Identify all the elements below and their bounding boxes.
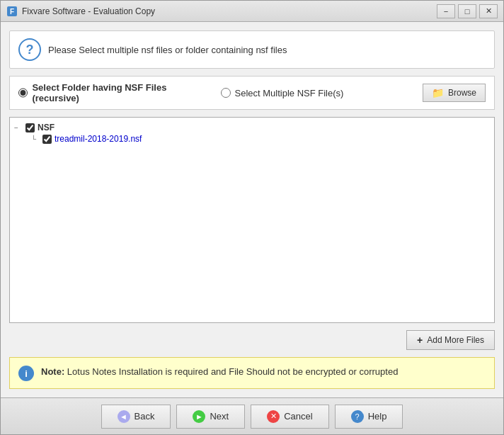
tree-child-checkbox[interactable] [42, 135, 52, 144]
radio-files[interactable] [221, 88, 231, 98]
content-area: ? Please Select multiple nsf files or fo… [1, 22, 503, 397]
radio-folder[interactable] [18, 88, 28, 98]
note-text: Note: Lotus Notes Installation is requir… [41, 365, 398, 379]
minimize-button[interactable]: − [437, 4, 455, 18]
radio-folder-label[interactable]: Select Folder having NSF Files (recursiv… [32, 82, 209, 103]
tree-child-label: treadmil-2018-2019.nsf [55, 134, 142, 144]
radio-group-2: Select Multiple NSF File(s) [221, 88, 412, 98]
maximize-button[interactable]: □ [458, 4, 476, 18]
main-window: F Fixvare Software - Evaluation Copy − □… [0, 0, 504, 435]
note-section: i Note: Lotus Notes Installation is requ… [9, 357, 495, 389]
back-icon: ◄ [118, 410, 130, 423]
add-files-plus-icon: + [417, 334, 423, 346]
tree-root-checkbox[interactable] [25, 123, 35, 132]
add-files-label: Add More Files [427, 335, 484, 345]
header-info-icon: ? [18, 38, 41, 61]
next-button[interactable]: ► Next [176, 405, 245, 429]
note-prefix: Note: [41, 366, 64, 377]
cancel-icon: ✕ [267, 410, 280, 423]
tree-child-container: └ treadmil-2018-2019.nsf [31, 133, 490, 145]
tree-child-indent: └ [31, 135, 40, 143]
next-icon: ► [193, 410, 205, 423]
window-controls: − □ ✕ [437, 4, 498, 18]
next-label: Next [210, 411, 229, 422]
cancel-label: Cancel [284, 411, 312, 422]
footer-bar: ◄ Back ► Next ✕ Cancel ? Help [1, 397, 503, 434]
tree-root-node[interactable]: − NSF [14, 122, 490, 133]
browse-folder-icon: 📁 [432, 87, 444, 98]
close-button[interactable]: ✕ [479, 4, 498, 18]
back-label: Back [134, 411, 155, 422]
title-bar: F Fixvare Software - Evaluation Copy − □… [1, 1, 503, 22]
header-text: Please Select multiple nsf files or fold… [48, 45, 287, 55]
window-title: Fixvare Software - Evaluation Copy [22, 6, 437, 16]
browse-button[interactable]: 📁 Browse [423, 84, 486, 102]
add-more-files-button[interactable]: + Add More Files [406, 330, 495, 350]
note-body: Lotus Notes Installation is required and… [64, 366, 398, 377]
header-section: ? Please Select multiple nsf files or fo… [9, 30, 495, 69]
radio-row: Select Folder having NSF Files (recursiv… [9, 76, 495, 110]
file-tree[interactable]: − NSF └ treadmil-2018-2019.nsf [9, 117, 495, 323]
radio-files-label[interactable]: Select Multiple NSF File(s) [235, 88, 344, 98]
tree-root-label: NSF [38, 123, 55, 132]
help-icon: ? [351, 410, 364, 423]
browse-label: Browse [448, 88, 476, 98]
app-icon: F [6, 6, 18, 17]
back-button[interactable]: ◄ Back [101, 405, 171, 429]
note-info-icon: i [18, 366, 34, 381]
help-label: Help [368, 411, 387, 422]
add-files-row: + Add More Files [9, 330, 495, 350]
tree-child-node[interactable]: └ treadmil-2018-2019.nsf [31, 133, 490, 145]
tree-expand-icon[interactable]: − [14, 124, 23, 132]
svg-text:F: F [10, 8, 14, 16]
help-button[interactable]: ? Help [335, 405, 403, 429]
cancel-button[interactable]: ✕ Cancel [251, 405, 328, 429]
radio-group-1: Select Folder having NSF Files (recursiv… [18, 82, 210, 103]
